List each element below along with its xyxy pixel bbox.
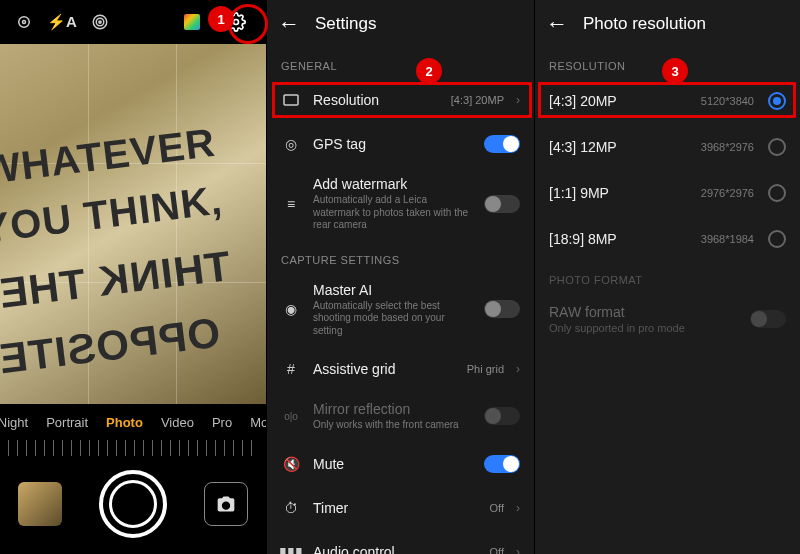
mode-video[interactable]: Video <box>161 415 194 430</box>
shutter-button[interactable] <box>99 470 167 538</box>
camera-app-pane: ⚡A WHATEVER YOU THINK, THINK THE OPPOSIT… <box>0 0 266 554</box>
res-option-dims: 3968*2976 <box>701 141 754 153</box>
mirror-icon: o|o <box>281 411 301 422</box>
preview-text-line: OPPOSITE <box>0 309 223 384</box>
raw-label: RAW format <box>549 304 750 320</box>
row-timer[interactable]: ⏱ Timer Off › <box>267 486 534 530</box>
filter-icon[interactable] <box>178 8 206 36</box>
back-icon[interactable]: ← <box>545 11 569 37</box>
preview-text-line: THINK THE <box>0 242 233 318</box>
watermark-label: Add watermark <box>313 176 472 192</box>
hdr-icon[interactable] <box>10 8 38 36</box>
mute-toggle[interactable] <box>484 455 520 473</box>
mode-photo[interactable]: Photo <box>106 415 143 430</box>
mode-tick-strip <box>8 440 258 456</box>
row-gps[interactable]: ◎ GPS tag <box>267 122 534 166</box>
top-icons-left: ⚡A <box>4 8 114 36</box>
mirror-toggle <box>484 407 520 425</box>
audio-label: Audio control <box>313 544 478 555</box>
annotation-box-2 <box>272 82 532 118</box>
gps-label: GPS tag <box>313 136 472 152</box>
grid-icon: # <box>281 361 301 377</box>
gps-toggle[interactable] <box>484 135 520 153</box>
annotation-box-3 <box>538 82 796 118</box>
live-icon[interactable] <box>86 8 114 36</box>
section-general: GENERAL <box>267 48 534 78</box>
raw-toggle <box>750 310 786 328</box>
chevron-right-icon: › <box>516 362 520 376</box>
res-option-12mp[interactable]: [4:3] 12MP 3968*2976 <box>535 124 800 170</box>
camera-bottom-bar <box>0 462 266 546</box>
chevron-right-icon: › <box>516 501 520 515</box>
section-photo-format: PHOTO FORMAT <box>535 262 800 292</box>
res-option-dims: 3968*1984 <box>701 233 754 245</box>
mirror-sub: Only works with the front camera <box>313 419 472 432</box>
chevron-right-icon: › <box>516 545 520 555</box>
page-title: Settings <box>315 14 376 34</box>
res-option-dims: 2976*2976 <box>701 187 754 199</box>
row-master-ai[interactable]: ◉ Master AI Automatically select the bes… <box>267 272 534 348</box>
gallery-thumbnail[interactable] <box>18 482 62 526</box>
master-ai-toggle[interactable] <box>484 300 520 318</box>
watermark-toggle[interactable] <box>484 195 520 213</box>
row-grid[interactable]: # Assistive grid Phi grid › <box>267 347 534 391</box>
res-option-label: [1:1] 9MP <box>549 185 701 201</box>
row-raw-format: RAW format Only supported in pro mode <box>535 292 800 346</box>
section-capture: CAPTURE SETTINGS <box>267 242 534 272</box>
res-option-label: [18:9] 8MP <box>549 231 701 247</box>
master-ai-label: Master AI <box>313 282 472 298</box>
ai-icon: ◉ <box>281 301 301 317</box>
svg-point-1 <box>23 21 26 24</box>
grid-value: Phi grid <box>467 363 504 375</box>
mute-icon: 🔇 <box>281 456 301 472</box>
camera-preview[interactable]: WHATEVER YOU THINK, THINK THE OPPOSITE <box>0 44 266 404</box>
annotation-ring-1 <box>228 4 268 44</box>
timer-icon: ⏱ <box>281 500 301 516</box>
mute-label: Mute <box>313 456 472 472</box>
grid-label: Assistive grid <box>313 361 455 377</box>
page-title: Photo resolution <box>583 14 706 34</box>
resolution-header: ← Photo resolution <box>535 0 800 48</box>
annotation-marker-3: 3 <box>662 58 688 84</box>
row-mirror: o|o Mirror reflection Only works with th… <box>267 391 534 442</box>
mode-portrait[interactable]: Portrait <box>46 415 88 430</box>
radio-unselected-icon[interactable] <box>768 184 786 202</box>
mode-pro[interactable]: Pro <box>212 415 232 430</box>
gps-icon: ◎ <box>281 136 301 152</box>
mode-night[interactable]: Night <box>0 415 28 430</box>
back-icon[interactable]: ← <box>277 11 301 37</box>
row-mute[interactable]: 🔇 Mute <box>267 442 534 486</box>
radio-unselected-icon[interactable] <box>768 230 786 248</box>
master-ai-sub: Automatically select the best shooting m… <box>313 300 472 338</box>
res-option-8mp[interactable]: [18:9] 8MP 3968*1984 <box>535 216 800 262</box>
annotation-marker-1: 1 <box>208 6 234 32</box>
svg-point-0 <box>19 17 30 28</box>
row-audio[interactable]: ▮▮▮ Audio control Off › <box>267 530 534 555</box>
res-option-9mp[interactable]: [1:1] 9MP 2976*2976 <box>535 170 800 216</box>
timer-value: Off <box>490 502 504 514</box>
mirror-label: Mirror reflection <box>313 401 472 417</box>
res-option-label: [4:3] 12MP <box>549 139 701 155</box>
row-watermark[interactable]: ≡ Add watermark Automatically add a Leic… <box>267 166 534 242</box>
radio-unselected-icon[interactable] <box>768 138 786 156</box>
settings-header: ← Settings <box>267 0 534 48</box>
audio-value: Off <box>490 546 504 555</box>
watermark-icon: ≡ <box>281 196 301 212</box>
flash-icon[interactable]: ⚡A <box>48 8 76 36</box>
watermark-sub: Automatically add a Leica watermark to p… <box>313 194 472 232</box>
camera-modes: Night Portrait Photo Video Pro Mo <box>0 404 266 440</box>
preview-text-line: YOU THINK, <box>0 177 225 251</box>
svg-point-4 <box>99 21 101 23</box>
audio-icon: ▮▮▮ <box>281 544 301 555</box>
raw-sub: Only supported in pro mode <box>549 322 750 334</box>
annotation-marker-2: 2 <box>416 58 442 84</box>
switch-camera-button[interactable] <box>204 482 248 526</box>
timer-label: Timer <box>313 500 478 516</box>
